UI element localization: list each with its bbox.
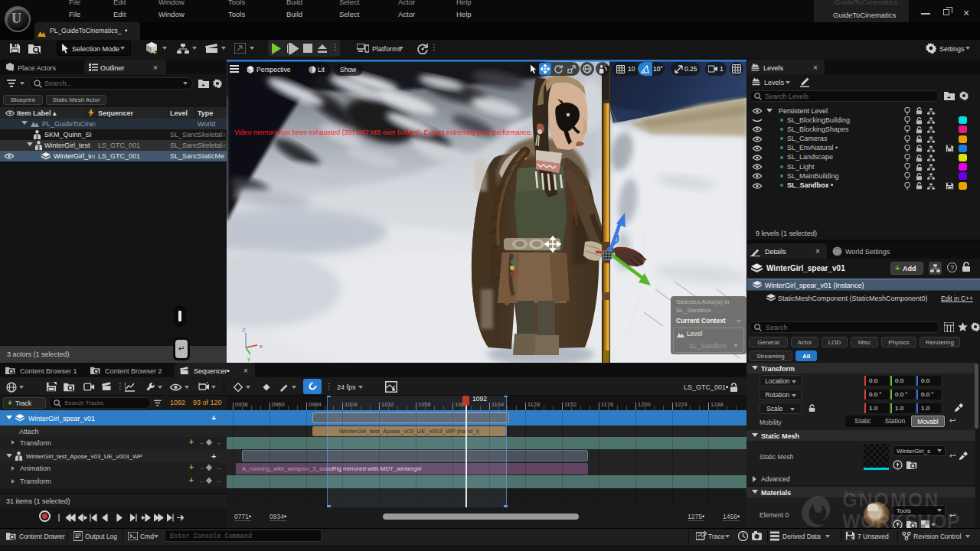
- svg-text:+: +: [152, 48, 157, 56]
- svg-text:+: +: [960, 403, 963, 408]
- svg-text:y: y: [247, 355, 250, 362]
- svg-text:x: x: [260, 343, 263, 350]
- svg-text:Video memory has been exhauste: Video memory has been exhausted (397.297…: [234, 129, 533, 136]
- svg-text:Z: Z: [242, 327, 246, 334]
- svg-text:+: +: [11, 67, 15, 72]
- svg-text:+: +: [947, 94, 951, 101]
- svg-text:+: +: [201, 82, 205, 89]
